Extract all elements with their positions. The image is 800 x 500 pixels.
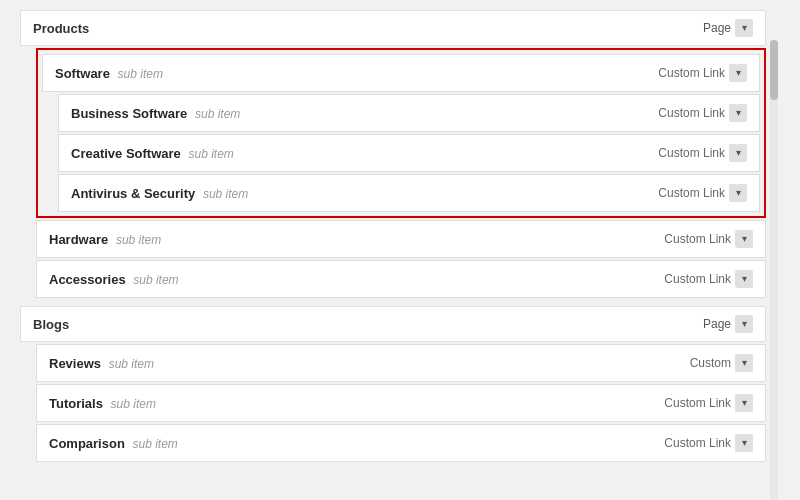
- accessories-dropdown-icon[interactable]: ▾: [735, 270, 753, 288]
- scrollbar-track[interactable]: [770, 10, 780, 490]
- software-subitems: Business Software sub item Custom Link ▾: [42, 94, 760, 212]
- creative-software-item[interactable]: Creative Software sub item Custom Link ▾: [58, 134, 760, 172]
- products-items: Software sub item Custom Link ▾: [20, 48, 766, 298]
- accessories-item[interactable]: Accessories sub item Custom Link ▾: [36, 260, 766, 298]
- antivirus-security-item[interactable]: Antivirus & Security sub item Custom Lin…: [58, 174, 760, 212]
- software-item[interactable]: Software sub item Custom Link ▾: [42, 54, 760, 92]
- antivirus-security-type: Custom Link ▾: [658, 184, 747, 202]
- blogs-type: Page ▾: [703, 315, 753, 333]
- reviews-item[interactable]: Reviews sub item Custom ▾: [36, 344, 766, 382]
- comparison-type: Custom Link ▾: [664, 434, 753, 452]
- creative-software-dropdown-icon[interactable]: ▾: [729, 144, 747, 162]
- products-type-label: Page: [703, 21, 731, 35]
- reviews-type: Custom ▾: [690, 354, 753, 372]
- tutorials-label-group: Tutorials sub item: [49, 396, 156, 411]
- business-software-label-group: Business Software sub item: [71, 106, 240, 121]
- reviews-label-group: Reviews sub item: [49, 356, 154, 371]
- products-section: Products Page ▾ Software sub item: [20, 10, 766, 298]
- hardware-type: Custom Link ▾: [664, 230, 753, 248]
- blogs-dropdown-icon[interactable]: ▾: [735, 315, 753, 333]
- business-software-item[interactable]: Business Software sub item Custom Link ▾: [58, 94, 760, 132]
- software-dropdown-icon[interactable]: ▾: [729, 64, 747, 82]
- business-software-type: Custom Link ▾: [658, 104, 747, 122]
- reviews-dropdown-icon[interactable]: ▾: [735, 354, 753, 372]
- comparison-label-group: Comparison sub item: [49, 436, 178, 451]
- antivirus-security-label-group: Antivirus & Security sub item: [71, 186, 248, 201]
- blogs-section-header: Blogs Page ▾: [20, 306, 766, 342]
- business-software-dropdown-icon[interactable]: ▾: [729, 104, 747, 122]
- hardware-label-group: Hardware sub item: [49, 232, 161, 247]
- blogs-type-label: Page: [703, 317, 731, 331]
- tutorials-type: Custom Link ▾: [664, 394, 753, 412]
- hardware-dropdown-icon[interactable]: ▾: [735, 230, 753, 248]
- comparison-dropdown-icon[interactable]: ▾: [735, 434, 753, 452]
- products-type: Page ▾: [703, 19, 753, 37]
- blogs-section: Blogs Page ▾ Reviews sub item C: [20, 306, 766, 462]
- blogs-items: Reviews sub item Custom ▾ Tutorials sub …: [20, 344, 766, 462]
- antivirus-security-dropdown-icon[interactable]: ▾: [729, 184, 747, 202]
- comparison-item[interactable]: Comparison sub item Custom Link ▾: [36, 424, 766, 462]
- software-highlighted-group: Software sub item Custom Link ▾: [36, 48, 766, 218]
- tutorials-dropdown-icon[interactable]: ▾: [735, 394, 753, 412]
- creative-software-label-group: Creative Software sub item: [71, 146, 234, 161]
- products-dropdown-icon[interactable]: ▾: [735, 19, 753, 37]
- products-section-header: Products Page ▾: [20, 10, 766, 46]
- accessories-type: Custom Link ▾: [664, 270, 753, 288]
- blogs-title: Blogs: [33, 317, 69, 332]
- accessories-label-group: Accessories sub item: [49, 272, 179, 287]
- software-item-label: Software sub item: [55, 66, 163, 81]
- products-title: Products: [33, 21, 89, 36]
- scrollbar-thumb[interactable]: [770, 40, 778, 100]
- hardware-item[interactable]: Hardware sub item Custom Link ▾: [36, 220, 766, 258]
- software-item-type: Custom Link ▾: [658, 64, 747, 82]
- creative-software-type: Custom Link ▾: [658, 144, 747, 162]
- tutorials-item[interactable]: Tutorials sub item Custom Link ▾: [36, 384, 766, 422]
